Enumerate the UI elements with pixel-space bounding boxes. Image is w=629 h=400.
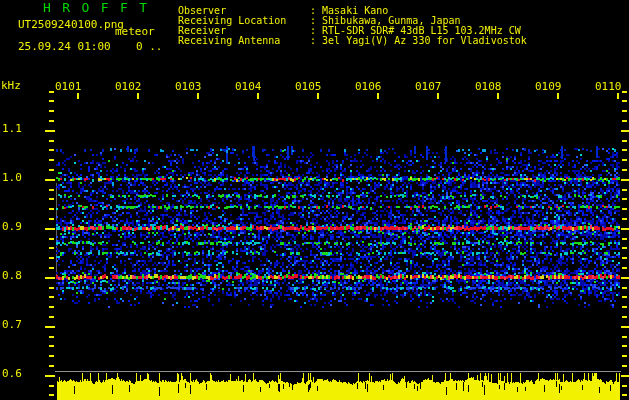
time-label: 0107	[415, 81, 442, 92]
time-label: 0109	[535, 81, 562, 92]
time-label: 0104	[235, 81, 262, 92]
hrofft-screen: H R O F F T UT2509240100.png meteor 25.0…	[0, 0, 629, 400]
freq-label: 1.0	[2, 172, 22, 183]
output-file-name: UT2509240100.png	[18, 19, 124, 30]
info-label-antenna: Receiving Antenna	[178, 36, 280, 46]
freq-label: 0.6	[2, 368, 22, 379]
time-label: 0103	[175, 81, 202, 92]
info-value-antenna: : 3el Yagi(V) Az 330 for Vladivostok	[310, 36, 527, 46]
time-label: 0101	[55, 81, 82, 92]
datetime-label: 25.09.24 01:00	[18, 41, 111, 52]
freq-label: 1.1	[2, 123, 22, 134]
time-label: 0108	[475, 81, 502, 92]
time-label: 0105	[295, 81, 322, 92]
freq-label: 0.7	[2, 319, 22, 330]
station-label: meteor	[115, 26, 155, 37]
app-title: H R O F F T	[43, 2, 149, 13]
time-label: 0106	[355, 81, 382, 92]
spectrogram-canvas	[0, 0, 629, 400]
time-label: 0102	[115, 81, 142, 92]
time-label: 0110	[595, 81, 622, 92]
freq-label: 0.8	[2, 270, 22, 281]
freq-axis-unit: kHz	[1, 80, 21, 91]
freq-label: 0.9	[2, 221, 22, 232]
echo-counter: 0 ..	[136, 41, 163, 52]
